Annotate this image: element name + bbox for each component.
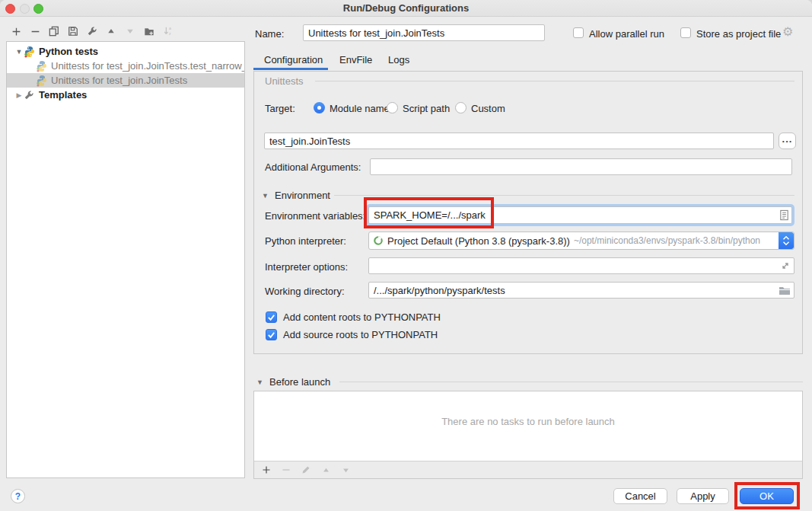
store-as-project-file-label: Store as project file xyxy=(696,28,781,40)
active-tab-underline xyxy=(253,68,328,70)
name-input[interactable] xyxy=(303,24,545,41)
tree-item-templates[interactable]: ▶ Templates xyxy=(7,88,244,102)
tree-item-label: Templates xyxy=(39,89,87,101)
tree-item-label: Unittests for test_join.JoinTests xyxy=(51,75,187,86)
remove-task-icon[interactable] xyxy=(281,465,291,475)
browse-button[interactable]: ... xyxy=(779,133,796,149)
sort-icon[interactable]: az xyxy=(163,26,174,37)
before-launch-toolbar xyxy=(254,461,802,478)
before-launch-list: There are no tasks to run before launch xyxy=(253,391,803,479)
configurations-toolbar: az xyxy=(11,26,174,37)
working-directory-label: Working directory: xyxy=(265,286,345,297)
before-launch-empty-text: There are no tasks to run before launch xyxy=(254,416,802,427)
before-launch-collapse-icon[interactable]: ▼ xyxy=(256,378,263,386)
tab-configuration[interactable]: Configuration xyxy=(264,54,323,65)
new-folder-icon[interactable] xyxy=(144,26,154,37)
store-as-project-file-checkbox[interactable] xyxy=(680,27,691,38)
add-source-roots-checkbox[interactable] xyxy=(266,329,277,340)
chevron-down-icon[interactable]: ▼ xyxy=(14,48,24,56)
python-interpreter-value: Project Default (Python 3.8 (pyspark-3.8… xyxy=(387,235,570,247)
radio-script-path-label: Script path xyxy=(403,103,450,114)
target-label: Target: xyxy=(265,103,295,114)
move-task-up-icon[interactable] xyxy=(320,465,331,475)
titlebar: Run/Debug Configurations xyxy=(0,0,812,17)
name-label: Name: xyxy=(255,28,284,40)
folder-icon[interactable] xyxy=(779,285,790,296)
remove-icon[interactable] xyxy=(30,26,40,37)
copy-icon[interactable] xyxy=(49,26,59,37)
divider xyxy=(315,81,794,81)
python-interpreter-path: ~/opt/miniconda3/envs/pyspark-3.8/bin/py… xyxy=(574,235,760,246)
working-directory-input[interactable] xyxy=(368,282,794,299)
edit-templates-icon[interactable] xyxy=(87,26,97,37)
svg-text:a: a xyxy=(169,26,171,30)
add-content-roots-checkbox[interactable] xyxy=(266,311,277,323)
move-up-icon[interactable] xyxy=(106,26,116,37)
svg-text:z: z xyxy=(169,31,171,36)
python-interpreter-label: Python interpreter: xyxy=(265,235,346,247)
before-launch-title: Before launch xyxy=(269,376,330,388)
environment-collapse-icon[interactable]: ▼ xyxy=(262,192,269,200)
configurations-tree: ▼ Python tests xyxy=(6,41,245,478)
python-tests-icon xyxy=(36,75,48,87)
interpreter-options-input[interactable] xyxy=(368,257,794,274)
environment-variables-input[interactable] xyxy=(368,206,792,224)
interpreter-options-label: Interpreter options: xyxy=(265,261,348,273)
conda-env-icon xyxy=(373,235,384,246)
add-content-roots-label: Add content roots to PYTHONPATH xyxy=(283,311,441,323)
divider xyxy=(339,382,803,382)
tab-logs[interactable]: Logs xyxy=(388,54,409,65)
radio-module-name[interactable] xyxy=(314,102,325,113)
additional-arguments-input[interactable] xyxy=(370,158,792,175)
apply-button[interactable]: Apply xyxy=(677,488,729,504)
cancel-button[interactable]: Cancel xyxy=(613,488,667,504)
radio-custom[interactable] xyxy=(455,102,467,113)
module-name-input[interactable] xyxy=(264,133,774,149)
environment-group-title: Environment xyxy=(275,190,330,201)
expand-field-icon[interactable] xyxy=(780,260,791,272)
tree-item-unittests-jointests[interactable]: Unittests for test_join.JoinTests xyxy=(7,73,244,88)
additional-arguments-label: Additional Arguments: xyxy=(265,161,361,173)
add-icon[interactable] xyxy=(11,26,21,37)
divider xyxy=(334,195,794,196)
tree-item-python-tests[interactable]: ▼ Python tests xyxy=(7,44,244,59)
unittests-group-title: Unittests xyxy=(265,75,304,87)
python-interpreter-select[interactable]: Project Default (Python 3.8 (pyspark-3.8… xyxy=(368,232,794,250)
radio-module-name-label: Module name xyxy=(330,103,390,114)
combo-arrows-icon[interactable] xyxy=(779,232,794,249)
browse-variables-icon[interactable] xyxy=(779,209,790,221)
chevron-right-icon[interactable]: ▶ xyxy=(14,91,24,99)
help-button[interactable]: ? xyxy=(11,489,25,503)
run-debug-configurations-dialog: Run/Debug Configurations az ▼ xyxy=(0,0,812,511)
radio-custom-label: Custom xyxy=(471,103,505,114)
tab-envfile[interactable]: EnvFile xyxy=(339,54,372,65)
tree-item-unittests-test-narrow[interactable]: Unittests for test_join.JoinTests.test_n… xyxy=(7,59,244,73)
allow-parallel-run-checkbox[interactable] xyxy=(573,27,584,38)
window-title: Run/Debug Configurations xyxy=(0,2,812,14)
environment-variables-label: Environment variables: xyxy=(265,210,365,222)
tree-item-label: Python tests xyxy=(39,46,98,57)
add-task-icon[interactable] xyxy=(261,465,272,475)
edit-task-icon[interactable] xyxy=(301,465,311,475)
radio-script-path[interactable] xyxy=(387,102,398,113)
gear-icon[interactable]: ⚙ xyxy=(782,26,793,38)
ok-button[interactable]: OK xyxy=(740,488,794,504)
python-tests-icon xyxy=(36,60,48,72)
move-task-down-icon[interactable] xyxy=(340,465,351,475)
move-down-icon[interactable] xyxy=(125,26,135,37)
templates-wrench-icon xyxy=(24,89,36,101)
save-icon[interactable] xyxy=(68,26,78,37)
python-tests-icon xyxy=(24,46,36,58)
add-source-roots-label: Add source roots to PYTHONPATH xyxy=(283,329,438,340)
tree-item-label: Unittests for test_join.JoinTests.test_n… xyxy=(51,60,245,72)
allow-parallel-run-label: Allow parallel run xyxy=(589,28,664,40)
configuration-tab-panel: Unittests Target: Module name Script pat… xyxy=(253,71,803,354)
